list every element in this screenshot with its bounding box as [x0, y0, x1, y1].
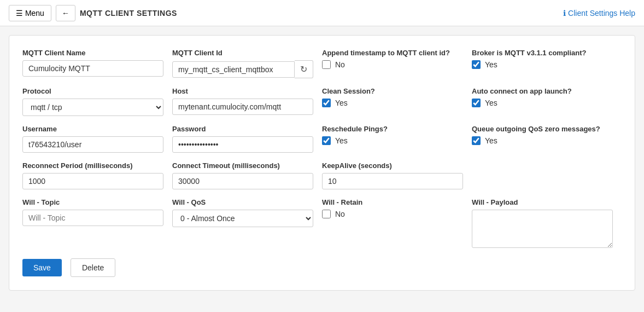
refresh-button[interactable]: ↻ — [295, 60, 313, 78]
top-bar: ☰ Menu ← MQTT CLIENT SETTINGS ℹ Client S… — [0, 0, 644, 26]
clean-session-cell: Clean Session? Yes — [322, 87, 472, 116]
append-ts-checkbox[interactable] — [322, 60, 331, 69]
keepalive-cell: KeepAlive (seconds) — [322, 161, 472, 189]
connect-timeout-input[interactable] — [172, 173, 313, 189]
client-id-label: MQTT Client Id — [172, 49, 313, 57]
host-input[interactable] — [172, 99, 313, 115]
password-input[interactable] — [172, 136, 313, 153]
client-id-cell: MQTT Client Id ↻ — [172, 49, 322, 78]
keepalive-input[interactable] — [322, 173, 463, 189]
host-cell: Host — [172, 87, 322, 116]
client-id-input[interactable] — [172, 61, 295, 78]
reschedule-pings-row: Yes — [322, 136, 463, 145]
info-icon: ℹ — [563, 9, 566, 18]
will-retain-no-label: No — [335, 210, 345, 218]
broker-compliant-checkbox[interactable] — [472, 60, 481, 69]
keepalive-label: KeepAlive (seconds) — [322, 161, 463, 170]
username-label: Username — [22, 125, 163, 133]
queue-qos-label: Queue outgoing QoS zero messages? — [472, 125, 613, 133]
row-2: Protocol mqtt / tcp mqtt / tls ws / tcp … — [22, 87, 622, 116]
protocol-cell: Protocol mqtt / tcp mqtt / tls ws / tcp … — [22, 87, 172, 116]
auto-connect-yes-label: Yes — [485, 99, 497, 107]
help-label: Client Settings Help — [568, 9, 635, 18]
will-topic-input[interactable] — [22, 210, 163, 226]
queue-qos-row: Yes — [472, 136, 613, 145]
content-area: MQTT Client Name MQTT Client Id ↻ Append… — [9, 35, 635, 291]
append-ts-label: Append timestamp to MQTT client id? — [322, 49, 463, 57]
password-label: Password — [172, 125, 313, 133]
connect-timeout-cell: Connect Timeout (milliseconds) — [172, 161, 322, 189]
row-4: Reconnect Period (milliseconds) Connect … — [22, 161, 622, 189]
username-cell: Username — [22, 125, 172, 153]
queue-qos-yes-label: Yes — [485, 136, 497, 145]
will-payload-cell: Will - Payload — [472, 198, 622, 250]
username-input[interactable] — [22, 136, 163, 153]
client-name-cell: MQTT Client Name — [22, 49, 172, 78]
delete-button[interactable]: Delete — [71, 258, 115, 277]
broker-compliant-yes-label: Yes — [485, 60, 497, 69]
page-title: MQTT CLIENT SETTINGS — [80, 9, 177, 18]
will-qos-cell: Will - QoS 0 - Almost Once 1 - At Least … — [172, 198, 322, 250]
connect-timeout-label: Connect Timeout (milliseconds) — [172, 161, 313, 170]
client-id-input-group: ↻ — [172, 60, 313, 78]
help-link[interactable]: ℹ Client Settings Help — [563, 9, 635, 18]
protocol-label: Protocol — [22, 87, 163, 95]
reschedule-pings-yes-label: Yes — [335, 136, 348, 145]
broker-compliant-cell: Broker is MQTT v3.1.1 compliant? Yes — [472, 49, 622, 78]
reschedule-pings-label: Reschedule Pings? — [322, 125, 463, 133]
auto-connect-label: Auto connect on app launch? — [472, 87, 613, 95]
will-topic-cell: Will - Topic — [22, 198, 172, 250]
reschedule-pings-cell: Reschedule Pings? Yes — [322, 125, 472, 153]
action-buttons: Save Delete — [22, 258, 622, 277]
back-button[interactable]: ← — [56, 5, 75, 21]
reconnect-label: Reconnect Period (milliseconds) — [22, 161, 163, 170]
auto-connect-cell: Auto connect on app launch? Yes — [472, 87, 622, 116]
append-ts-no-label: No — [335, 60, 345, 69]
menu-button[interactable]: ☰ Menu — [9, 5, 51, 21]
reschedule-pings-checkbox[interactable] — [322, 136, 331, 145]
will-retain-cell: Will - Retain No — [322, 198, 472, 250]
row-5: Will - Topic Will - QoS 0 - Almost Once … — [22, 198, 622, 250]
protocol-select[interactable]: mqtt / tcp mqtt / tls ws / tcp ws / ssl — [22, 99, 163, 116]
row-3: Username Password Reschedule Pings? Yes … — [22, 125, 622, 153]
will-qos-label: Will - QoS — [172, 198, 313, 206]
auto-connect-row: Yes — [472, 99, 613, 107]
will-topic-label: Will - Topic — [22, 198, 163, 206]
row-1: MQTT Client Name MQTT Client Id ↻ Append… — [22, 49, 622, 78]
queue-qos-checkbox[interactable] — [472, 136, 481, 145]
append-ts-row: No — [322, 60, 463, 69]
host-label: Host — [172, 87, 313, 95]
clean-session-row: Yes — [322, 99, 463, 107]
append-ts-cell: Append timestamp to MQTT client id? No — [322, 49, 472, 78]
save-button[interactable]: Save — [22, 259, 62, 276]
will-payload-input[interactable] — [472, 210, 613, 248]
will-retain-checkbox[interactable] — [322, 210, 331, 218]
clean-session-checkbox[interactable] — [322, 99, 331, 107]
password-cell: Password — [172, 125, 322, 153]
client-name-input[interactable] — [22, 60, 163, 77]
will-retain-row: No — [322, 210, 463, 218]
clean-session-yes-label: Yes — [335, 99, 348, 107]
top-bar-left: ☰ Menu ← MQTT CLIENT SETTINGS — [9, 5, 177, 21]
client-name-label: MQTT Client Name — [22, 49, 163, 57]
will-payload-label: Will - Payload — [472, 198, 613, 206]
broker-compliant-row: Yes — [472, 60, 613, 69]
reconnect-cell: Reconnect Period (milliseconds) — [22, 161, 172, 189]
broker-compliant-label: Broker is MQTT v3.1.1 compliant? — [472, 49, 613, 57]
will-qos-select[interactable]: 0 - Almost Once 1 - At Least Once 2 - Ex… — [172, 210, 313, 227]
auto-connect-checkbox[interactable] — [472, 99, 481, 107]
clean-session-label: Clean Session? — [322, 87, 463, 95]
placeholder-4 — [472, 161, 622, 189]
queue-qos-cell: Queue outgoing QoS zero messages? Yes — [472, 125, 622, 153]
will-retain-label: Will - Retain — [322, 198, 463, 206]
reconnect-input[interactable] — [22, 173, 163, 189]
